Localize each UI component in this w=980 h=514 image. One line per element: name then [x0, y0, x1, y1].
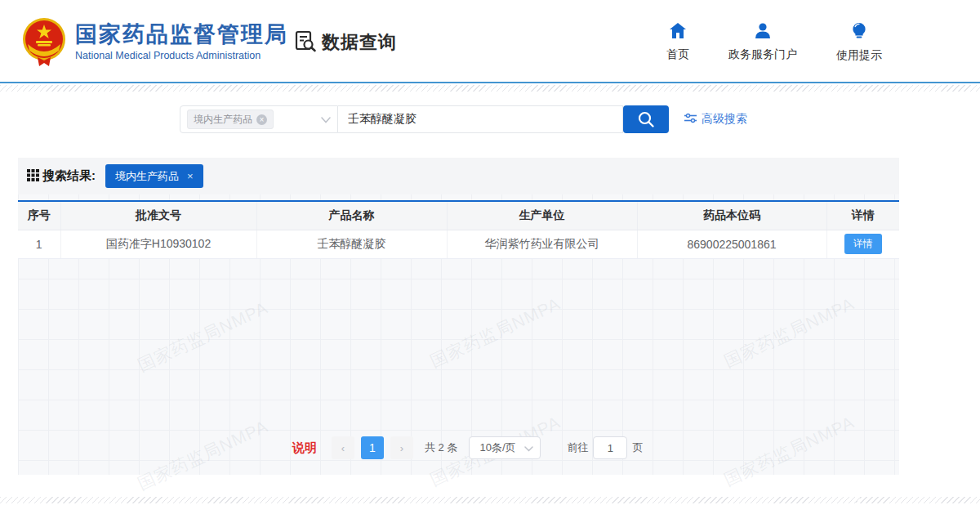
- nav-home-label: 首页: [666, 47, 689, 62]
- watermark: 国家药监局NMPA: [134, 415, 272, 496]
- bottom-hatch-divider: [0, 497, 980, 503]
- header: 国家药品监督管理局 National Medical Products Admi…: [0, 0, 980, 83]
- results-label: 搜索结果:: [27, 168, 96, 184]
- goto-unit-label: 页: [632, 440, 643, 455]
- results-area: 国家药监局NMPA 国家药监局NMPA 国家药监局NMPA 国家药监局NMPA …: [18, 158, 899, 475]
- search-icon: [637, 110, 655, 128]
- header-nav: 首页 政务服务门户 使用提示: [666, 23, 882, 63]
- col-approval-number: 批准文号: [60, 202, 256, 230]
- nav-usage-tips[interactable]: 使用提示: [836, 23, 882, 63]
- watermark: 国家药监局NMPA: [426, 293, 564, 373]
- user-icon: [755, 23, 771, 42]
- app-title-label: 数据查询: [322, 30, 397, 55]
- results-table: 序号 批准文号 产品名称 生产单位 药品本位码 详情 1 国药准字H109301…: [18, 200, 899, 259]
- next-page-button[interactable]: ›: [390, 436, 413, 459]
- org-name-zh: 国家药品监督管理局: [75, 21, 288, 47]
- filter-tag-label: 境内生产药品: [115, 169, 179, 184]
- col-detail: 详情: [826, 202, 899, 230]
- nmpa-emblem-logo: [21, 16, 67, 67]
- org-title-block: 国家药品监督管理局 National Medical Products Admi…: [75, 21, 288, 61]
- prev-page-button[interactable]: ‹: [332, 436, 354, 459]
- app-title: 数据查询: [294, 29, 397, 56]
- grid-icon: [27, 169, 39, 184]
- col-product-name: 产品名称: [256, 202, 447, 230]
- search-input[interactable]: [338, 105, 623, 133]
- active-filter-tag[interactable]: 境内生产药品 ×: [105, 164, 203, 188]
- goto-page-group: 前往 页: [567, 436, 643, 459]
- col-drug-code: 药品本位码: [637, 202, 826, 230]
- nav-gov-portal-label: 政务服务门户: [728, 47, 797, 62]
- watermark: 国家药监局NMPA: [134, 297, 272, 378]
- col-index: 序号: [18, 202, 60, 230]
- category-tag-label: 境内生产药品: [194, 113, 252, 127]
- advanced-search-label: 高级搜索: [702, 112, 747, 127]
- category-tag-close-icon[interactable]: ×: [256, 114, 267, 125]
- search-row: 境内生产药品 × 高级搜索: [0, 105, 980, 133]
- search-button[interactable]: [623, 105, 669, 133]
- data-query-icon: [294, 29, 317, 56]
- category-tag: 境内生产药品 ×: [187, 110, 274, 129]
- nav-usage-tips-label: 使用提示: [836, 48, 882, 63]
- goto-page-input[interactable]: [593, 436, 627, 459]
- col-manufacturer: 生产单位: [447, 202, 637, 230]
- advanced-search-link[interactable]: 高级搜索: [684, 105, 747, 133]
- filter-sliders-icon: [684, 113, 697, 126]
- watermark: 国家药监局NMPA: [720, 293, 858, 373]
- cell-drug-code: 86900225001861: [637, 230, 826, 258]
- home-icon: [670, 23, 686, 42]
- cell-approval-number: 国药准字H10930102: [60, 230, 256, 258]
- table-row: 1 国药准字H10930102 壬苯醇醚凝胶 华润紫竹药业有限公司 869002…: [18, 230, 899, 258]
- nav-gov-portal[interactable]: 政务服务门户: [728, 23, 797, 63]
- results-bar: 搜索结果: 境内生产药品 ×: [18, 158, 899, 194]
- page: 国家药品监督管理局 National Medical Products Admi…: [0, 0, 980, 514]
- cell-index: 1: [18, 230, 60, 258]
- top-hatch-divider: [0, 85, 980, 92]
- chevron-down-icon: [321, 112, 331, 127]
- goto-label: 前往: [567, 440, 588, 455]
- org-name-en: National Medical Products Administration: [75, 50, 288, 61]
- pagination: 说明 ‹ 1 › 共 2 条 10条/页 前往 页: [292, 436, 643, 459]
- detail-button[interactable]: 详情: [844, 234, 882, 254]
- page-size-select[interactable]: 10条/页: [469, 436, 541, 459]
- note-link[interactable]: 说明: [292, 440, 317, 456]
- page-size-value: 10条/页: [479, 440, 515, 455]
- bulb-icon: [853, 23, 866, 42]
- cell-product-name: 壬苯醇醚凝胶: [256, 230, 447, 258]
- watermark: 国家药监局NMPA: [720, 411, 858, 492]
- results-label-text: 搜索结果:: [42, 168, 96, 184]
- page-1-button[interactable]: 1: [361, 436, 384, 459]
- chevron-down-icon: [524, 442, 533, 454]
- cell-manufacturer: 华润紫竹药业有限公司: [447, 230, 637, 258]
- category-select[interactable]: 境内生产药品 ×: [180, 105, 338, 133]
- table-header-row: 序号 批准文号 产品名称 生产单位 药品本位码 详情: [18, 202, 899, 230]
- nav-home[interactable]: 首页: [666, 23, 689, 63]
- filter-tag-close-icon[interactable]: ×: [187, 170, 194, 182]
- total-count-label: 共 2 条: [425, 440, 457, 455]
